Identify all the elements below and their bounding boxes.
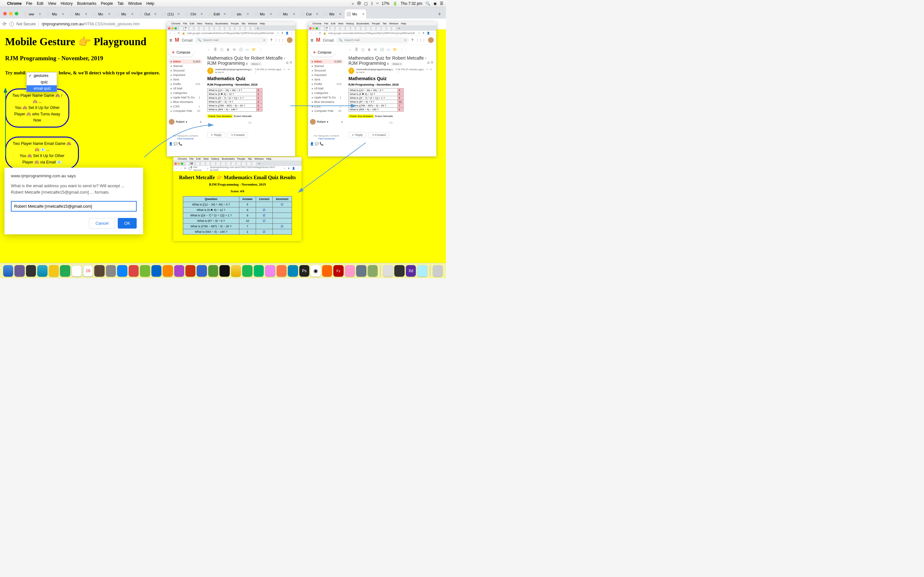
- menu-bookmarks[interactable]: Bookmarks: [78, 1, 97, 6]
- dock-app[interactable]: [231, 265, 241, 277]
- gmail-folder[interactable]: ▸ Categories: [310, 91, 343, 95]
- gmail-folder[interactable]: ▸ All Mail: [169, 86, 202, 91]
- dock-app[interactable]: [152, 265, 162, 277]
- gmail-folder[interactable]: ▸ Snoozed: [310, 68, 343, 73]
- menu-people[interactable]: People: [101, 1, 113, 6]
- minimize-icon[interactable]: [9, 12, 13, 15]
- browser-tab[interactable]: Mo×: [344, 9, 367, 19]
- browser-tab[interactable]: We×: [321, 9, 344, 19]
- menu-tab[interactable]: Tab: [118, 1, 124, 6]
- ok-button[interactable]: OK: [118, 218, 137, 229]
- browser-tab[interactable]: (11)×: [160, 9, 182, 19]
- menu-icon[interactable]: ☰: [310, 39, 313, 42]
- dock-app[interactable]: [265, 265, 275, 277]
- dock-app[interactable]: [276, 265, 286, 277]
- gmail-folder[interactable]: ▸ Important: [169, 73, 202, 77]
- reply-button[interactable]: ↩ Reply: [349, 132, 367, 138]
- dock-app[interactable]: [129, 265, 139, 277]
- close-icon[interactable]: [3, 12, 7, 15]
- game-capsule-local[interactable]: Two Player Name Game 🙈 / 🙉 ... You 🙈 Set…: [5, 89, 69, 127]
- gmail-folder[interactable]: ▸ Sent: [169, 77, 202, 82]
- dock-app[interactable]: [186, 265, 195, 277]
- dock-xd[interactable]: Xd: [406, 265, 416, 277]
- reply-button[interactable]: ↩ Reply: [207, 132, 225, 138]
- dropdown-option-emailquiz[interactable]: email quiz: [27, 85, 57, 92]
- help-icon[interactable]: ?: [411, 39, 413, 42]
- browser-tab[interactable]: Mo×: [90, 9, 113, 19]
- dock-app[interactable]: [356, 265, 366, 277]
- check-answers-button[interactable]: Check Your Answers: [207, 114, 233, 118]
- gmail-folder[interactable]: ▸ C3IS1: [310, 104, 343, 109]
- browser-tab[interactable]: Mo×: [252, 9, 274, 19]
- clock[interactable]: Thu 7:32 pm: [401, 1, 422, 6]
- dock-app[interactable]: [15, 265, 24, 277]
- dock-app[interactable]: [106, 265, 116, 277]
- gmail-folder[interactable]: ▸ Categories: [169, 91, 202, 95]
- mac-dock[interactable]: 28 Ps ◉ Fz Xd: [0, 263, 446, 278]
- gmail-folder[interactable]: ▸ Drafts216: [310, 82, 343, 86]
- dropdown-option-quiz[interactable]: quiz: [27, 79, 57, 85]
- gmail-folder[interactable]: ▸ All Mail: [310, 86, 343, 91]
- siri-icon[interactable]: ◉: [433, 1, 437, 6]
- reload-icon[interactable]: ⟳: [3, 21, 7, 27]
- search-input[interactable]: 🔍Search mail▾: [336, 37, 409, 43]
- gmail-folder[interactable]: ▸ Snoozed: [169, 68, 202, 73]
- browser-tab[interactable]: Out×: [136, 9, 159, 19]
- gmail-folder[interactable]: ▸ Computer Pals20: [169, 109, 202, 113]
- menubar-app[interactable]: Chrome: [7, 1, 21, 6]
- menu-icon[interactable]: ☰: [440, 1, 443, 6]
- new-tab-button[interactable]: +: [435, 10, 444, 19]
- menu-window[interactable]: Window: [128, 1, 142, 6]
- maximize-icon[interactable]: [15, 12, 18, 15]
- gmail-folder[interactable]: ▸ Apple Mail To Do1: [169, 95, 202, 100]
- airplay-icon[interactable]: ▢: [364, 1, 368, 6]
- dock-trash[interactable]: [433, 265, 443, 277]
- gmail-folder[interactable]: ▸ Inbox8,980: [310, 59, 343, 64]
- battery-icon[interactable]: 🔋: [393, 1, 397, 6]
- dock-app[interactable]: [49, 265, 59, 277]
- forward-button[interactable]: ↪ Forward: [227, 132, 248, 138]
- site-info-icon[interactable]: i: [9, 22, 14, 26]
- browser-tab[interactable]: Mo×: [67, 9, 89, 19]
- menu-help[interactable]: Help: [146, 1, 154, 6]
- dock-app[interactable]: [94, 265, 104, 277]
- spotlight-icon[interactable]: 🔍: [425, 1, 430, 6]
- menu-view[interactable]: View: [48, 1, 56, 6]
- mode-select-dropdown[interactable]: ✓gestures quiz email quiz: [26, 72, 57, 92]
- browser-tab[interactable]: Ma×: [44, 9, 66, 19]
- dock-photoshop[interactable]: Ps: [299, 265, 309, 277]
- avatar[interactable]: [287, 37, 292, 43]
- menu-edit[interactable]: Edit: [37, 1, 44, 6]
- gmail-folder[interactable]: ▸ Blue Mountains: [169, 100, 202, 104]
- prompt-input[interactable]: [11, 201, 137, 211]
- apps-icon[interactable]: ⋮⋮⋮: [275, 39, 284, 42]
- help-icon[interactable]: ?: [270, 39, 272, 42]
- dock-app[interactable]: [383, 265, 393, 277]
- dock-app[interactable]: [140, 265, 150, 277]
- dock-app[interactable]: [71, 265, 82, 277]
- gmail-folder[interactable]: ▸ Sent: [310, 77, 343, 82]
- menu-history[interactable]: History: [61, 1, 73, 6]
- browser-tab[interactable]: Edit×: [206, 9, 228, 19]
- gmail-folder[interactable]: ▸ Inbox8,980: [169, 59, 202, 64]
- browser-tab[interactable]: Cor×: [298, 9, 320, 19]
- dock-app[interactable]: [26, 265, 36, 277]
- dock-app[interactable]: [197, 265, 207, 277]
- dock-app[interactable]: [208, 265, 218, 277]
- compose-button[interactable]: +Compose: [310, 48, 335, 57]
- browser-tab[interactable]: Chr×: [183, 9, 205, 19]
- browser-tab[interactable]: sto×: [229, 9, 251, 19]
- dock-filezilla[interactable]: Fz: [333, 265, 343, 277]
- gmail-folder[interactable]: ▸ Starred: [310, 64, 343, 68]
- gmail-folder[interactable]: ▸ Apple Mail To Do1: [310, 95, 343, 100]
- game-capsule-email[interactable]: Two Player Name Email Game 🙈 🙉 📧 ... You…: [5, 137, 79, 169]
- dock-safari[interactable]: [37, 265, 47, 277]
- window-controls[interactable]: [3, 12, 18, 15]
- dock-app[interactable]: [417, 265, 427, 277]
- dock-app[interactable]: [242, 265, 252, 277]
- gmail-folder[interactable]: ▸ Important: [310, 73, 343, 77]
- dock-calendar[interactable]: 28: [83, 265, 94, 277]
- menu-file[interactable]: File: [26, 1, 32, 6]
- forward-button[interactable]: ↪ Forward: [368, 132, 389, 138]
- dock-app[interactable]: [254, 265, 264, 277]
